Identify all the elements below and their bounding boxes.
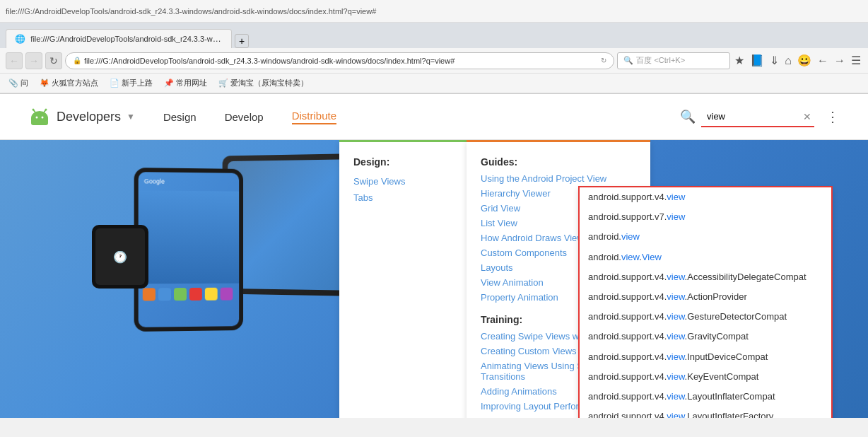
bookmark-firefox-icon: 🦊 xyxy=(40,78,49,88)
tab-bar: 🌐 file:///G:/AndroidDevelopTools/android… xyxy=(0,23,868,48)
title-text: file:///G:/AndroidDevelopTools/android-s… xyxy=(6,7,376,16)
bookmark-taobao[interactable]: 🛒 爱淘宝（原淘宝特卖） xyxy=(216,76,311,90)
header-nav: Design Develop Distribute xyxy=(163,110,680,124)
autocomplete-item-7[interactable]: android.support.v4.view.GravityCompat xyxy=(580,327,831,346)
bookmark-wen-icon: 📎 xyxy=(8,78,18,88)
header-search-input[interactable] xyxy=(701,106,814,127)
browser-chrome: file:///G:/AndroidDevelopTools/android-s… xyxy=(0,0,868,94)
bookmark-newbie[interactable]: 📄 新手上路 xyxy=(107,76,156,90)
svg-point-3 xyxy=(42,117,44,119)
address-security-icon: 🔒 xyxy=(73,57,81,64)
title-bar: file:///G:/AndroidDevelopTools/android-s… xyxy=(0,0,868,23)
svg-point-2 xyxy=(36,117,38,119)
search-clear-icon[interactable]: ✕ xyxy=(803,111,811,122)
guides-title: Guides: xyxy=(481,156,636,168)
autocomplete-item-9[interactable]: android.support.v4.view.KeyEventCompat xyxy=(580,367,831,387)
new-tab-button[interactable]: + xyxy=(235,34,249,48)
nav-design[interactable]: Design xyxy=(163,111,197,123)
dropdown-tabs[interactable]: Tabs xyxy=(353,192,452,203)
autocomplete-item-2[interactable]: android.view xyxy=(580,227,831,247)
phone-large: Google xyxy=(134,168,243,332)
android-logo-icon xyxy=(28,105,51,128)
bookmark-firefox-label: 火狐官方站点 xyxy=(52,78,98,88)
design-section-title: Design: xyxy=(353,156,452,168)
autocomplete-item-4[interactable]: android.support.v4.view.AccessibilityDel… xyxy=(580,267,831,287)
autocomplete-item-8[interactable]: android.support.v4.view.InputDeviceCompa… xyxy=(580,347,831,367)
svg-point-6 xyxy=(33,109,35,111)
back-button[interactable]: ← xyxy=(6,52,23,69)
search-placeholder: 百度 <Ctrl+K> xyxy=(636,55,685,66)
bookmark-star-icon[interactable]: ★ xyxy=(733,52,746,69)
header-search: 🔍 ✕ ⋮ xyxy=(680,106,840,127)
svg-rect-1 xyxy=(31,117,48,125)
history-back-icon[interactable]: ← xyxy=(816,53,830,69)
guides-link-0[interactable]: Using the Android Project View xyxy=(481,173,636,184)
nav-bar: ← → ↻ 🔒 file:///G:/AndroidDevelopTools/a… xyxy=(0,48,868,74)
page-content: Developers ▼ Design Develop Distribute 🔍… xyxy=(0,94,868,418)
settings-icon[interactable]: ☰ xyxy=(850,52,862,69)
bookmark-common-urls[interactable]: 📌 常用网址 xyxy=(161,76,210,90)
logo-dropdown-arrow[interactable]: ▼ xyxy=(127,112,135,122)
bookmark-common-urls-icon: 📌 xyxy=(164,78,174,88)
forward-button[interactable]: → xyxy=(25,52,42,69)
header-search-icon[interactable]: 🔍 xyxy=(680,109,696,124)
nav-develop[interactable]: Develop xyxy=(225,111,264,123)
reload-button[interactable]: ↻ xyxy=(45,52,62,69)
more-options-icon[interactable]: ⋮ xyxy=(826,108,840,125)
autocomplete-item-5[interactable]: android.support.v4.view.ActionProvider xyxy=(580,287,831,307)
emoji-icon[interactable]: 😀 xyxy=(796,52,813,69)
logo-text: Developers xyxy=(57,110,121,124)
browser-search-box[interactable]: 🔍 百度 <Ctrl+K> xyxy=(617,52,730,69)
site-header: Developers ▼ Design Develop Distribute 🔍… xyxy=(0,94,868,140)
hero-section: Google 🕐 xyxy=(0,140,868,418)
tab-favicon: 🌐 xyxy=(15,34,25,44)
tab-label: file:///G:/AndroidDevelopTools/android-s… xyxy=(30,34,232,44)
svg-point-7 xyxy=(45,109,47,111)
browser-nav-icons: ★ 📘 ⇓ ⌂ 😀 ← → ☰ xyxy=(733,52,862,69)
bookmark-taobao-label: 爱淘宝（原淘宝特卖） xyxy=(230,78,308,88)
dropdown-swipe-views[interactable]: Swipe Views xyxy=(353,176,452,187)
android-logo[interactable]: Developers ▼ xyxy=(28,105,135,128)
autocomplete-list: android.support.v4.view android.support.… xyxy=(578,186,833,418)
search-icon: 🔍 xyxy=(623,56,633,65)
autocomplete-item-11[interactable]: android.support.v4.view.LayoutInflaterFa… xyxy=(580,407,831,418)
address-text: file:///G:/AndroidDevelopTools/android-s… xyxy=(84,57,598,65)
home-icon[interactable]: ⌂ xyxy=(783,53,793,69)
bookmarks-bar: 📎 问 🦊 火狐官方站点 📄 新手上路 📌 常用网址 🛒 爱淘宝（原淘宝特卖） xyxy=(0,74,868,93)
bookmark-wen[interactable]: 📎 问 xyxy=(6,76,31,90)
address-refresh-icon: ↻ xyxy=(601,57,606,64)
nav-distribute[interactable]: Distribute xyxy=(292,110,336,124)
active-tab[interactable]: 🌐 file:///G:/AndroidDevelopTools/android… xyxy=(6,29,232,48)
bookmark-common-urls-label: 常用网址 xyxy=(176,78,207,88)
history-forward-icon[interactable]: → xyxy=(833,53,847,69)
bookmark-newbie-icon: 📄 xyxy=(110,78,119,88)
autocomplete-item-0[interactable]: android.support.v4.view xyxy=(580,187,831,207)
bookmark-taobao-icon: 🛒 xyxy=(218,78,228,88)
autocomplete-item-10[interactable]: android.support.v4.view.LayoutInflaterCo… xyxy=(580,387,831,407)
address-bar[interactable]: 🔒 file:///G:/AndroidDevelopTools/android… xyxy=(65,52,614,69)
bookmark-wen-label: 问 xyxy=(20,78,28,88)
bookmark-newbie-label: 新手上路 xyxy=(122,78,153,88)
autocomplete-dropdown: android.support.v4.view android.support.… xyxy=(578,186,833,418)
reader-icon[interactable]: 📘 xyxy=(749,52,766,69)
autocomplete-item-6[interactable]: android.support.v4.view.GestureDetectorC… xyxy=(580,307,831,327)
autocomplete-item-3[interactable]: android.view.View xyxy=(580,247,831,267)
bookmark-firefox[interactable]: 🦊 火狐官方站点 xyxy=(37,76,101,90)
dropdown-design: Design: Swipe Views Tabs xyxy=(339,140,467,418)
autocomplete-item-1[interactable]: android.support.v7.view xyxy=(580,207,831,227)
smartwatch: 🕐 xyxy=(92,225,148,289)
download-icon[interactable]: ⇓ xyxy=(768,52,780,69)
